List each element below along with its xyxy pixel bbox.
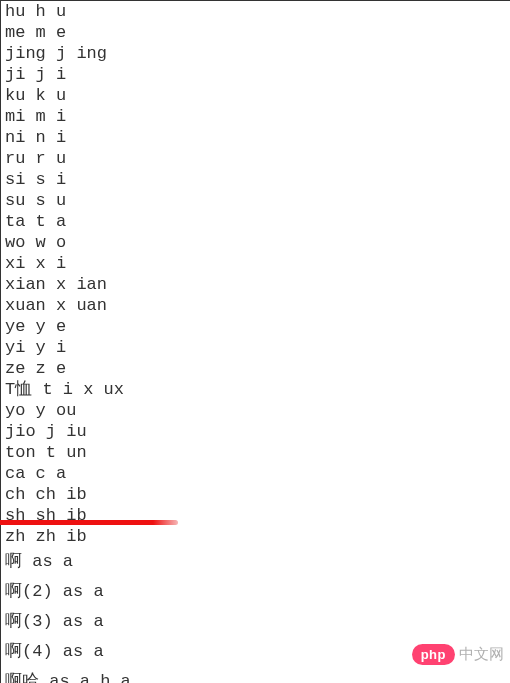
badge-text: 中文网	[459, 645, 504, 664]
lines-top: hu h u me m e jing j ing ji j i ku k u m…	[5, 2, 124, 546]
watermark-badge: php 中文网	[412, 644, 504, 665]
red-underline-annotation	[0, 520, 178, 525]
text-list: hu h u me m e jing j ing ji j i ku k u m…	[0, 0, 510, 683]
lines-wide: 啊 as a 啊(2) as a 啊(3) as a 啊(4) as a 啊哈 …	[5, 552, 131, 683]
php-pill: php	[412, 644, 455, 665]
